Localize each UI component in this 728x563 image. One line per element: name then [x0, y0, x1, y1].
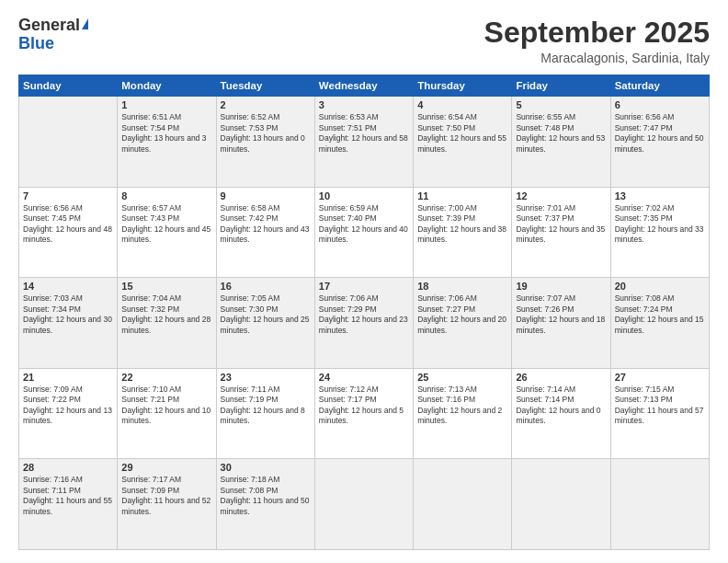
day-number: 1: [121, 99, 211, 110]
day-info: Sunrise: 6:55 AMSunset: 7:48 PMDaylight:…: [516, 112, 606, 155]
table-row: 10Sunrise: 6:59 AMSunset: 7:40 PMDayligh…: [314, 187, 413, 278]
table-row: 21Sunrise: 7:09 AMSunset: 7:22 PMDayligh…: [19, 368, 118, 459]
table-row: 5Sunrise: 6:55 AMSunset: 7:48 PMDaylight…: [512, 97, 610, 188]
table-row: 23Sunrise: 7:11 AMSunset: 7:19 PMDayligh…: [216, 368, 314, 459]
day-info: Sunrise: 7:08 AMSunset: 7:24 PMDaylight:…: [615, 293, 705, 336]
day-info: Sunrise: 6:59 AMSunset: 7:40 PMDaylight:…: [319, 203, 409, 246]
table-row: [610, 459, 709, 550]
day-number: 5: [516, 99, 606, 110]
day-info: Sunrise: 6:56 AMSunset: 7:45 PMDaylight:…: [23, 203, 113, 246]
day-info: Sunrise: 6:51 AMSunset: 7:54 PMDaylight:…: [121, 112, 211, 155]
table-row: 20Sunrise: 7:08 AMSunset: 7:24 PMDayligh…: [610, 278, 709, 369]
day-number: 8: [121, 190, 211, 201]
col-wednesday: Wednesday: [314, 75, 413, 97]
day-info: Sunrise: 6:52 AMSunset: 7:53 PMDaylight:…: [221, 112, 311, 155]
day-info: Sunrise: 7:06 AMSunset: 7:27 PMDaylight:…: [417, 293, 507, 336]
title-section: September 2025 Maracalagonis, Sardinia, …: [484, 17, 710, 65]
day-info: Sunrise: 6:57 AMSunset: 7:43 PMDaylight:…: [121, 203, 211, 246]
table-row: 22Sunrise: 7:10 AMSunset: 7:21 PMDayligh…: [118, 368, 216, 459]
header: General Blue September 2025 Maracalagoni…: [18, 17, 710, 65]
table-row: 2Sunrise: 6:52 AMSunset: 7:53 PMDaylight…: [216, 97, 314, 188]
table-row: [19, 97, 118, 188]
calendar-week-row: 21Sunrise: 7:09 AMSunset: 7:22 PMDayligh…: [19, 368, 710, 459]
day-number: 15: [121, 281, 211, 292]
table-row: 25Sunrise: 7:13 AMSunset: 7:16 PMDayligh…: [414, 368, 512, 459]
table-row: 7Sunrise: 6:56 AMSunset: 7:45 PMDaylight…: [19, 187, 118, 278]
table-row: 6Sunrise: 6:56 AMSunset: 7:47 PMDaylight…: [610, 97, 709, 188]
table-row: 28Sunrise: 7:16 AMSunset: 7:11 PMDayligh…: [19, 459, 118, 550]
table-row: 9Sunrise: 6:58 AMSunset: 7:42 PMDaylight…: [216, 187, 314, 278]
table-row: 30Sunrise: 7:18 AMSunset: 7:08 PMDayligh…: [216, 459, 314, 550]
table-row: 13Sunrise: 7:02 AMSunset: 7:35 PMDayligh…: [610, 187, 709, 278]
col-sunday: Sunday: [19, 75, 118, 97]
day-number: 22: [121, 372, 211, 383]
table-row: 18Sunrise: 7:06 AMSunset: 7:27 PMDayligh…: [414, 278, 512, 369]
day-info: Sunrise: 7:04 AMSunset: 7:32 PMDaylight:…: [121, 293, 211, 336]
calendar-week-row: 7Sunrise: 6:56 AMSunset: 7:45 PMDaylight…: [19, 187, 710, 278]
day-number: 13: [615, 190, 705, 201]
calendar-table: Sunday Monday Tuesday Wednesday Thursday…: [18, 75, 710, 550]
day-number: 28: [23, 462, 113, 473]
day-number: 3: [319, 99, 409, 110]
day-info: Sunrise: 7:18 AMSunset: 7:08 PMDaylight:…: [221, 475, 311, 517]
day-info: Sunrise: 7:10 AMSunset: 7:21 PMDaylight:…: [121, 385, 211, 427]
day-number: 4: [417, 99, 507, 110]
table-row: [414, 459, 512, 550]
day-number: 24: [319, 372, 409, 383]
day-number: 18: [417, 281, 507, 292]
table-row: 1Sunrise: 6:51 AMSunset: 7:54 PMDaylight…: [118, 97, 216, 188]
day-info: Sunrise: 7:15 AMSunset: 7:13 PMDaylight:…: [615, 385, 705, 427]
calendar-week-row: 28Sunrise: 7:16 AMSunset: 7:11 PMDayligh…: [19, 459, 710, 550]
day-info: Sunrise: 7:02 AMSunset: 7:35 PMDaylight:…: [615, 203, 705, 246]
day-number: 27: [615, 372, 705, 383]
day-info: Sunrise: 7:14 AMSunset: 7:14 PMDaylight:…: [516, 385, 606, 427]
day-number: 20: [615, 281, 705, 292]
table-row: 19Sunrise: 7:07 AMSunset: 7:26 PMDayligh…: [512, 278, 610, 369]
col-friday: Friday: [512, 75, 610, 97]
table-row: 26Sunrise: 7:14 AMSunset: 7:14 PMDayligh…: [512, 368, 610, 459]
day-info: Sunrise: 7:01 AMSunset: 7:37 PMDaylight:…: [516, 203, 606, 246]
day-number: 16: [221, 281, 311, 292]
logo: General Blue: [18, 17, 88, 53]
table-row: 3Sunrise: 6:53 AMSunset: 7:51 PMDaylight…: [314, 97, 413, 188]
day-info: Sunrise: 7:03 AMSunset: 7:34 PMDaylight:…: [23, 293, 113, 336]
table-row: 16Sunrise: 7:05 AMSunset: 7:30 PMDayligh…: [216, 278, 314, 369]
day-number: 30: [221, 462, 311, 473]
day-number: 11: [417, 190, 507, 201]
day-number: 23: [221, 372, 311, 383]
day-number: 6: [615, 99, 705, 110]
day-info: Sunrise: 7:06 AMSunset: 7:29 PMDaylight:…: [319, 293, 409, 336]
day-info: Sunrise: 7:12 AMSunset: 7:17 PMDaylight:…: [319, 385, 409, 427]
table-row: 11Sunrise: 7:00 AMSunset: 7:39 PMDayligh…: [414, 187, 512, 278]
table-row: [512, 459, 610, 550]
calendar-week-row: 1Sunrise: 6:51 AMSunset: 7:54 PMDaylight…: [19, 97, 710, 188]
table-row: 29Sunrise: 7:17 AMSunset: 7:09 PMDayligh…: [118, 459, 216, 550]
day-number: 12: [516, 190, 606, 201]
day-info: Sunrise: 7:00 AMSunset: 7:39 PMDaylight:…: [417, 203, 507, 246]
page: General Blue September 2025 Maracalagoni…: [0, 0, 728, 563]
day-info: Sunrise: 6:58 AMSunset: 7:42 PMDaylight:…: [221, 203, 311, 246]
table-row: 27Sunrise: 7:15 AMSunset: 7:13 PMDayligh…: [610, 368, 709, 459]
day-info: Sunrise: 7:13 AMSunset: 7:16 PMDaylight:…: [417, 385, 507, 427]
day-info: Sunrise: 6:53 AMSunset: 7:51 PMDaylight:…: [319, 112, 409, 155]
day-info: Sunrise: 7:05 AMSunset: 7:30 PMDaylight:…: [221, 293, 311, 336]
col-monday: Monday: [118, 75, 216, 97]
table-row: 17Sunrise: 7:06 AMSunset: 7:29 PMDayligh…: [314, 278, 413, 369]
month-title: September 2025: [484, 17, 710, 49]
table-row: 8Sunrise: 6:57 AMSunset: 7:43 PMDaylight…: [118, 187, 216, 278]
day-number: 9: [221, 190, 311, 201]
day-number: 14: [23, 281, 113, 292]
day-number: 10: [319, 190, 409, 201]
day-info: Sunrise: 7:16 AMSunset: 7:11 PMDaylight:…: [23, 475, 113, 517]
table-row: 14Sunrise: 7:03 AMSunset: 7:34 PMDayligh…: [19, 278, 118, 369]
day-number: 19: [516, 281, 606, 292]
col-saturday: Saturday: [610, 75, 709, 97]
table-row: 15Sunrise: 7:04 AMSunset: 7:32 PMDayligh…: [118, 278, 216, 369]
day-number: 2: [221, 99, 311, 110]
day-info: Sunrise: 7:09 AMSunset: 7:22 PMDaylight:…: [23, 385, 113, 427]
day-number: 21: [23, 372, 113, 383]
day-info: Sunrise: 6:56 AMSunset: 7:47 PMDaylight:…: [615, 112, 705, 155]
table-row: 12Sunrise: 7:01 AMSunset: 7:37 PMDayligh…: [512, 187, 610, 278]
day-number: 25: [417, 372, 507, 383]
day-info: Sunrise: 7:07 AMSunset: 7:26 PMDaylight:…: [516, 293, 606, 336]
